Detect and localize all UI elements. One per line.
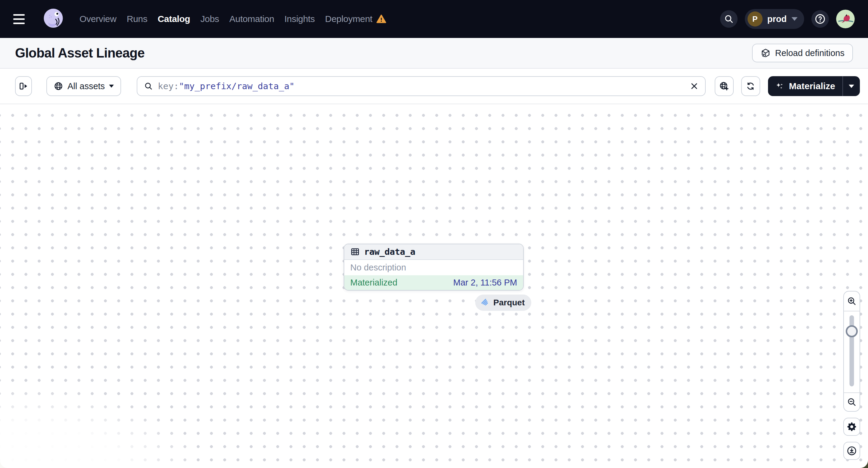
lineage-graph-canvas[interactable]: raw_data_a No description Materialized M… [0,104,868,468]
dagster-logo-icon[interactable] [41,7,66,31]
asset-scope-dropdown[interactable]: All assets [46,76,121,96]
lineage-canvas-background: raw_data_a No description Materialized M… [0,104,868,468]
nav-link-automation[interactable]: Automation [229,14,274,24]
status-badge: Materialized [350,278,397,288]
reload-definitions-button[interactable]: Reload definitions [752,44,853,62]
top-nav: Overview Runs Catalog Jobs Automation In… [0,0,868,38]
refresh-icon[interactable] [741,76,760,96]
zoom-controls [843,291,860,412]
search-query-value: "my_prefix/raw_data_a" [179,81,294,91]
asset-node-header[interactable]: raw_data_a [344,244,523,260]
asset-node-status-bar: Materialized Mar 2, 11:56 PM [344,275,523,290]
page-header: Global Asset Lineage Reload definitions [0,38,868,69]
nav-link-jobs[interactable]: Jobs [200,14,219,24]
chevron-down-icon [849,85,854,88]
search-icon [144,82,153,91]
lineage-toolbar: All assets key:"my_prefix/raw_data_a" [0,69,868,104]
zoom-slider[interactable] [844,311,860,393]
clear-search-icon[interactable] [689,81,699,91]
materialize-button[interactable]: Materialize [768,76,842,96]
parquet-logo-icon [481,298,490,307]
nav-link-runs[interactable]: Runs [127,14,148,24]
nav-link-overview[interactable]: Overview [80,14,117,24]
help-icon[interactable] [811,10,829,28]
deployment-switcher[interactable]: P prod [745,9,804,29]
sparkles-icon [775,81,785,91]
deployment-avatar: P [747,11,763,27]
primary-nav: Overview Runs Catalog Jobs Automation In… [80,14,387,24]
menu-hamburger-icon[interactable] [13,9,33,29]
search-query-prefix: key: [158,81,179,91]
nav-link-catalog[interactable]: Catalog [157,14,190,24]
search-icon[interactable] [720,10,738,28]
tag-label: Parquet [493,298,525,308]
chevron-down-icon [109,85,114,88]
asset-node-title: raw_data_a [364,247,415,257]
materialization-timestamp-link[interactable]: Mar 2, 11:56 PM [453,278,517,288]
download-graph-icon[interactable] [843,442,860,460]
materialize-split-button: Materialize [768,76,860,96]
nav-link-insights[interactable]: Insights [284,14,315,24]
reload-cube-icon [761,48,771,58]
table-icon [350,247,360,257]
user-avatar[interactable] [836,10,855,28]
page-title: Global Asset Lineage [15,45,145,61]
zoom-out-icon[interactable] [844,393,860,411]
graph-settings-gear-icon[interactable] [843,418,860,436]
asset-node-raw-data-a[interactable]: raw_data_a No description Materialized M… [344,244,524,291]
parquet-tag[interactable]: Parquet [475,294,531,311]
filter-to-selection-globe-plus-icon[interactable] [715,76,734,96]
asset-node-description: No description [350,262,406,273]
chevron-down-icon [792,17,798,21]
nav-link-deployment[interactable]: Deployment [325,14,387,24]
globe-icon [54,81,63,91]
open-left-panel-button[interactable] [15,76,32,96]
zoom-in-icon[interactable] [844,291,860,311]
nav-right-cluster: P prod [720,9,855,29]
materialize-options-caret[interactable] [842,76,860,96]
zoom-slider-knob[interactable] [846,325,858,337]
asset-search-input[interactable]: key:"my_prefix/raw_data_a" [137,76,705,96]
asset-node-body: No description [344,260,523,275]
deployment-warning-icon [376,14,387,24]
canvas-corner-glow [0,390,193,468]
